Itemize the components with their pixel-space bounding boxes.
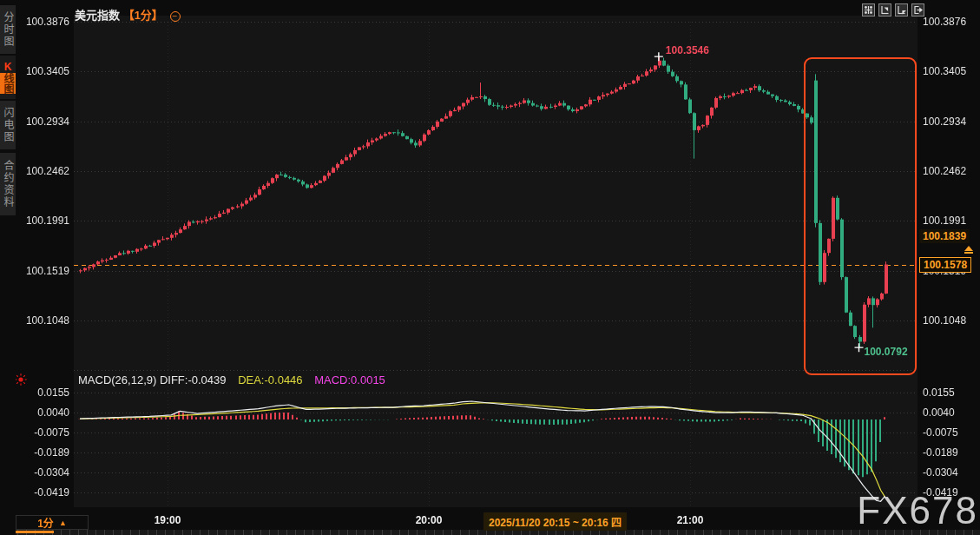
price-tick-label: 100.1519: [21, 265, 69, 277]
macd-tick-label: 0.0040: [923, 406, 977, 419]
price-tick-label: 100.3405: [21, 65, 69, 77]
macd-tick-label: -0.0075: [923, 426, 977, 439]
timeframe-arrow-icon: ▲: [59, 518, 67, 527]
exit-fullscreen-icon[interactable]: [911, 3, 924, 17]
price-tick-label: 100.2934: [21, 116, 69, 128]
macd-tick-label: -0.0304: [923, 466, 977, 479]
last-price-badge: 100.1578: [919, 257, 971, 273]
highlight-rectangle: [804, 57, 917, 375]
macd-tick-label: 0.0040: [21, 406, 69, 419]
symbol-title: 美元指数: [75, 9, 120, 22]
price-tick-label: 100.1991: [923, 215, 977, 227]
price-tick-label: 100.3405: [923, 65, 977, 77]
session-high-label: 100.3546: [666, 44, 709, 56]
macd-tick-label: -0.0304: [21, 466, 69, 479]
macd-indicator-header: MACD(26,12,9) DIFF:-0.0439 DEA:-0.0446 M…: [78, 373, 385, 386]
price-tick-label: 100.2462: [21, 165, 69, 177]
chart-toolbar: [862, 3, 924, 17]
chart-type-sidebar: 分时图 K线图 闪电图 合约资料: [0, 0, 16, 535]
time-tick-label: 21:00: [670, 514, 710, 526]
timeframe-label: 1分: [37, 515, 54, 530]
sidebar-item-kline[interactable]: K线图: [0, 56, 16, 99]
price-tick-label: 100.1991: [21, 215, 69, 227]
live-alert-burst-icon[interactable]: [14, 373, 28, 386]
macd-tick-label: -0.0075: [21, 426, 69, 439]
macd-tick-label: -0.0419: [21, 486, 69, 499]
price-tick-label: 100.1048: [21, 314, 69, 327]
macd-params-diff: MACD(26,12,9) DIFF:-0.0439: [78, 373, 227, 386]
kline-tab-k: K: [0, 61, 16, 73]
collapse-indicator-icon[interactable]: −: [170, 11, 181, 22]
fx678-watermark: FX678: [857, 489, 978, 532]
scale-left-icon[interactable]: [878, 3, 891, 17]
timeframe-selector[interactable]: 1分 ▲: [16, 515, 89, 530]
time-tick-label: 20:00: [409, 514, 449, 526]
kline-tab-rest: 线图: [0, 73, 16, 94]
sidebar-item-timeline[interactable]: 分时图: [0, 5, 16, 54]
price-tick-label: 100.3876: [21, 16, 69, 28]
session-low-label: 100.0792: [865, 346, 908, 358]
scale-right-icon[interactable]: [895, 3, 908, 17]
timeframe-active-underline: [16, 531, 54, 533]
selected-candle-timestamp: 2025/11/20 20:15 ~ 20:16 四: [483, 512, 627, 531]
crosshair-icon[interactable]: [862, 3, 875, 17]
kline-chart-window: 分时图 K线图 闪电图 合约资料 美元指数 【1分】 − 100.3876100…: [0, 0, 980, 535]
macd-tick-label: 0.0155: [21, 386, 69, 399]
time-tick-label: 19:00: [148, 514, 187, 526]
macd-dea-value: DEA:-0.0446: [238, 373, 302, 386]
latest-price-arrow-icon: [964, 246, 974, 254]
macd-tick-label: -0.0189: [21, 446, 69, 459]
macd-tick-label: -0.0189: [923, 446, 977, 459]
sidebar-item-lightning[interactable]: 闪电图: [0, 101, 16, 149]
price-tick-label: 100.1048: [923, 314, 977, 327]
macd-tick-label: 0.0155: [923, 386, 977, 399]
macd-hist-value: MACD:0.0015: [314, 373, 385, 386]
chart-header: 美元指数 【1分】 −: [75, 6, 181, 23]
price-tick-label: 100.3876: [923, 16, 977, 28]
price-tick-label: 100.2934: [923, 116, 977, 128]
sidebar-item-contract-info[interactable]: 合约资料: [0, 153, 16, 215]
price-tick-label: 100.2462: [923, 165, 977, 177]
reference-price-badge: 100.1839: [919, 229, 970, 243]
interval-badge: 【1分】: [123, 9, 163, 22]
